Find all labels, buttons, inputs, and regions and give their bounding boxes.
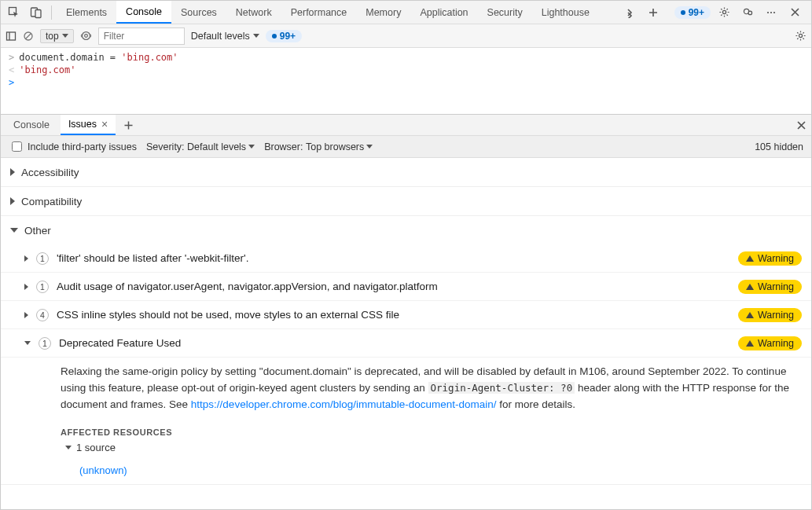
tab-security[interactable]: Security bbox=[478, 1, 532, 24]
section-compatibility: Compatibility bbox=[1, 187, 811, 216]
severity-select[interactable]: Default levels bbox=[187, 141, 255, 152]
issues-count-text: 99+ bbox=[689, 7, 704, 18]
console-filter-input[interactable] bbox=[98, 28, 185, 45]
tab-application[interactable]: Application bbox=[410, 1, 477, 24]
drawer-tab-issues-label: Issues bbox=[68, 119, 97, 130]
warning-icon bbox=[746, 312, 754, 318]
close-tab-icon[interactable]: × bbox=[101, 119, 108, 130]
detail-link[interactable]: https://developer.chrome.com/blog/immuta… bbox=[191, 398, 497, 410]
affected-source-link: (unknown) bbox=[1, 461, 811, 484]
warning-icon bbox=[746, 255, 754, 262]
caret-right-icon bbox=[24, 312, 28, 318]
console-output-line: < 'bing.com' bbox=[1, 64, 811, 76]
issue-row-expanded[interactable]: 1 Deprecated Feature Used Warning bbox=[1, 329, 811, 358]
svg-line-12 bbox=[26, 33, 31, 39]
svg-point-6 bbox=[767, 11, 769, 13]
caret-down-icon bbox=[65, 446, 72, 449]
issue-count-badge: 4 bbox=[36, 309, 49, 321]
log-levels-select[interactable]: Default levels bbox=[191, 31, 259, 42]
add-drawer-tab-icon[interactable] bbox=[119, 120, 138, 130]
svg-point-14 bbox=[84, 35, 87, 38]
console-toolbar: top Default levels 99+ bbox=[1, 24, 811, 48]
svg-point-13 bbox=[82, 32, 90, 40]
device-toolbar-icon[interactable] bbox=[26, 2, 46, 23]
toolbar-right: 99+ bbox=[619, 2, 808, 23]
browser-select[interactable]: Top browsers bbox=[306, 141, 373, 152]
tab-console[interactable]: Console bbox=[116, 1, 171, 24]
drawer-tab-issues[interactable]: Issues× bbox=[61, 115, 116, 135]
svg-point-8 bbox=[773, 11, 775, 13]
console-output: > document.domain = 'bing.com' < 'bing.c… bbox=[1, 48, 811, 114]
issues-chip[interactable]: 99+ bbox=[266, 30, 302, 42]
issue-count-badge: 1 bbox=[36, 281, 49, 293]
affected-heading: AFFECTED RESOURCES bbox=[61, 427, 795, 437]
issue-count-badge: 1 bbox=[36, 252, 49, 265]
include-third-party-checkbox[interactable]: Include third-party issues bbox=[9, 139, 137, 154]
clear-console-icon[interactable] bbox=[23, 31, 34, 42]
source-unknown-link[interactable]: (unknown) bbox=[79, 464, 127, 476]
section-head-other[interactable]: Other bbox=[1, 216, 811, 244]
live-expression-icon[interactable] bbox=[80, 30, 92, 42]
issue-detail: Relaxing the same-origin policy by setti… bbox=[1, 358, 811, 424]
section-head-accessibility[interactable]: Accessibility bbox=[1, 158, 811, 186]
caret-down-icon bbox=[24, 341, 31, 345]
issue-row[interactable]: 1 Audit usage of navigator.userAgent, na… bbox=[1, 273, 811, 301]
section-title: Other bbox=[24, 225, 51, 237]
dot-icon bbox=[272, 34, 277, 39]
caret-right-icon bbox=[10, 168, 15, 176]
add-tab-icon[interactable] bbox=[643, 2, 663, 23]
close-drawer-icon[interactable] bbox=[796, 120, 806, 130]
issue-row[interactable]: 4 CSS inline styles should not be used, … bbox=[1, 301, 811, 329]
issues-count-badge[interactable]: 99+ bbox=[674, 6, 711, 19]
inspect-element-icon[interactable] bbox=[4, 2, 24, 23]
issue-title: 'filter' should be listed after '-webkit… bbox=[57, 252, 730, 264]
chevron-down-icon bbox=[62, 34, 68, 38]
more-tabs-icon[interactable] bbox=[619, 2, 640, 23]
toggle-console-sidebar-icon[interactable] bbox=[6, 31, 17, 42]
output-chevron-icon: < bbox=[9, 64, 14, 75]
issue-count-badge: 1 bbox=[39, 337, 51, 350]
devtools-top-toolbar: Elements Console Sources Network Perform… bbox=[1, 1, 811, 24]
tab-sources[interactable]: Sources bbox=[171, 1, 226, 24]
warning-badge: Warning bbox=[738, 280, 802, 294]
tab-performance[interactable]: Performance bbox=[281, 1, 357, 24]
feedback-icon[interactable] bbox=[737, 2, 758, 23]
chevron-down-icon bbox=[248, 145, 255, 149]
caret-down-icon bbox=[10, 228, 18, 233]
code-eq: = bbox=[105, 52, 122, 63]
affected-source-toggle[interactable]: 1 source bbox=[61, 442, 795, 453]
svg-rect-9 bbox=[7, 32, 16, 40]
execution-context-select[interactable]: top bbox=[40, 29, 74, 43]
svg-point-7 bbox=[770, 11, 772, 13]
console-prompt[interactable]: > bbox=[1, 76, 811, 89]
issue-title: CSS inline styles should not be used, mo… bbox=[57, 309, 730, 321]
tab-elements[interactable]: Elements bbox=[57, 1, 116, 24]
separator bbox=[51, 6, 52, 20]
warning-icon bbox=[746, 284, 754, 290]
hidden-count[interactable]: 105 hidden bbox=[755, 141, 803, 152]
detail-code: Origin-Agent-Cluster: ?0 bbox=[428, 382, 575, 394]
more-options-icon[interactable] bbox=[761, 2, 781, 23]
tab-network[interactable]: Network bbox=[226, 1, 281, 24]
code-lhs: document.domain bbox=[19, 52, 104, 63]
warning-badge: Warning bbox=[738, 251, 802, 266]
close-devtools-icon[interactable] bbox=[784, 2, 805, 23]
console-settings-icon[interactable] bbox=[795, 30, 806, 42]
drawer-tab-console[interactable]: Console bbox=[6, 115, 57, 135]
badge-text: Warning bbox=[758, 253, 794, 264]
chevron-down-icon bbox=[366, 145, 373, 149]
affected-resources: AFFECTED RESOURCES 1 source bbox=[1, 424, 811, 461]
tab-lighthouse[interactable]: Lighthouse bbox=[532, 1, 599, 24]
detail-text: for more details. bbox=[497, 398, 576, 410]
issue-row[interactable]: 1 'filter' should be listed after '-webk… bbox=[1, 244, 811, 273]
badge-text: Warning bbox=[758, 310, 794, 321]
tab-memory[interactable]: Memory bbox=[356, 1, 410, 24]
issue-title: Audit usage of navigator.userAgent, navi… bbox=[57, 281, 730, 292]
section-head-compatibility[interactable]: Compatibility bbox=[1, 187, 811, 215]
section-title: Accessibility bbox=[21, 167, 79, 178]
settings-icon[interactable] bbox=[714, 2, 734, 23]
warning-badge: Warning bbox=[738, 336, 802, 350]
browser-label: Browser: bbox=[264, 141, 303, 152]
svg-rect-2 bbox=[35, 9, 41, 17]
issues-chip-text: 99+ bbox=[280, 31, 296, 42]
